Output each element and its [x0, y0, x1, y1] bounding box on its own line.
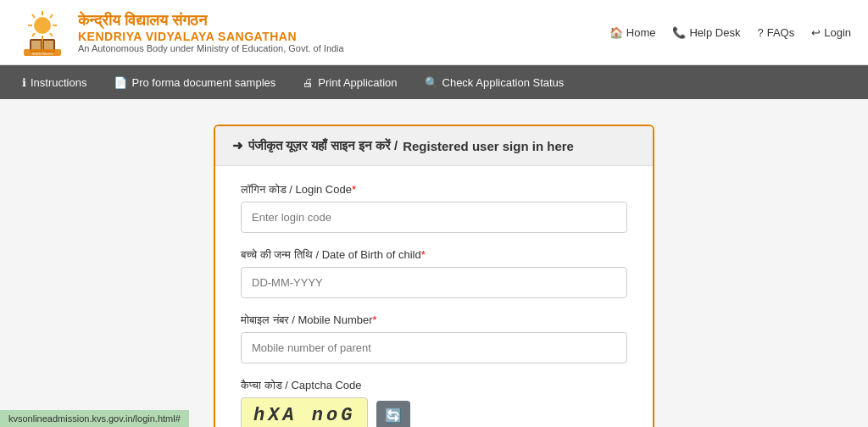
print-link[interactable]: 🖨 Print Application [289, 65, 410, 99]
home-icon: 🏠 [609, 26, 623, 39]
org-tagline: An Autonomous Body under Ministry of Edu… [78, 43, 344, 53]
org-text: केन्द्रीय विद्यालय संगठन KENDRIYA VIDYAL… [78, 12, 344, 53]
login-code-group: लॉगिन कोड / Login Code* [241, 183, 627, 233]
helpdesk-link[interactable]: 📞 Help Desk [672, 26, 740, 39]
document-icon: 📄 [114, 76, 127, 89]
org-eng-name: KENDRIYA VIDYALAYA SANGATHAN [78, 30, 344, 43]
faqs-link[interactable]: ? FAQs [757, 26, 794, 39]
login-code-input[interactable] [241, 202, 627, 233]
logo-area: केन्द्रीय विद्यालय केन्द्रीय विद्यालय सं… [17, 7, 344, 58]
svg-line-5 [32, 14, 35, 18]
dob-input[interactable] [241, 267, 627, 298]
site-header: केन्द्रीय विद्यालय केन्द्रीय विद्यालय सं… [0, 0, 868, 65]
signin-arrow-icon: ➜ [232, 138, 243, 153]
login-title-eng: Registered user sign in here [403, 139, 574, 153]
svg-text:केन्द्रीय विद्यालय: केन्द्रीय विद्यालय [31, 52, 53, 56]
captcha-label: कैप्चा कोड / Captcha Code [241, 379, 627, 392]
main-content: ➜ पंजीकृत यूज़र यहाँ साइन इन करें / Regi… [0, 99, 868, 427]
login-code-label: लॉगिन कोड / Login Code* [241, 183, 627, 197]
dob-label: बच्चे की जन्म तिथि / Date of Birth of ch… [241, 248, 627, 262]
mobile-label: मोबाइल नंबर / Mobile Number* [241, 313, 627, 327]
dob-group: बच्चे की जन्म तिथि / Date of Birth of ch… [241, 248, 627, 298]
refresh-icon: 🔄 [385, 408, 402, 424]
status-link[interactable]: 🔍 Check Application Status [411, 65, 578, 99]
mobile-group: मोबाइल नंबर / Mobile Number* [241, 313, 627, 363]
mobile-input[interactable] [241, 332, 627, 363]
login-header: ➜ पंजीकृत यूज़र यहाँ साइन इन करें / Regi… [215, 126, 653, 166]
proforma-link[interactable]: 📄 Pro forma document samples [100, 65, 289, 99]
svg-line-8 [32, 33, 35, 36]
login-title-hindi: पंजीकृत यूज़र यहाँ साइन इन करें / [248, 138, 398, 153]
status-bar: kvsonlineadmission.kvs.gov.in/login.html… [0, 410, 189, 427]
phone-icon: 📞 [672, 26, 686, 39]
mobile-required: * [373, 313, 377, 326]
login-box: ➜ पंजीकृत यूज़र यहाँ साइन इन करें / Regi… [214, 125, 654, 427]
svg-point-0 [34, 17, 51, 34]
captcha-row: hXA noG 🔄 [241, 397, 627, 427]
logo-icon: केन्द्रीय विद्यालय [17, 7, 68, 58]
org-hindi-name: केन्द्रीय विद्यालय संगठन [78, 12, 344, 30]
main-navbar: ℹ Instructions 📄 Pro forma document samp… [0, 65, 868, 99]
instructions-link[interactable]: ℹ Instructions [8, 65, 100, 99]
dob-required: * [421, 248, 426, 261]
print-icon: 🖨 [303, 76, 314, 89]
captcha-group: कैप्चा कोड / Captcha Code hXA noG 🔄 [241, 379, 627, 427]
svg-line-6 [50, 33, 53, 36]
home-link[interactable]: 🏠 Home [609, 26, 656, 39]
captcha-image: hXA noG [241, 397, 368, 427]
login-code-required: * [352, 183, 356, 196]
question-icon: ? [757, 26, 763, 39]
captcha-refresh-button[interactable]: 🔄 [376, 401, 410, 427]
svg-line-7 [50, 14, 53, 18]
info-icon: ℹ [22, 76, 26, 89]
search-icon: 🔍 [425, 76, 438, 89]
login-link[interactable]: ↩ Login [811, 26, 851, 39]
login-icon: ↩ [811, 26, 821, 39]
top-nav: 🏠 Home 📞 Help Desk ? FAQs ↩ Login [609, 26, 851, 39]
login-form: लॉगिन कोड / Login Code* बच्चे की जन्म ति… [215, 166, 653, 427]
